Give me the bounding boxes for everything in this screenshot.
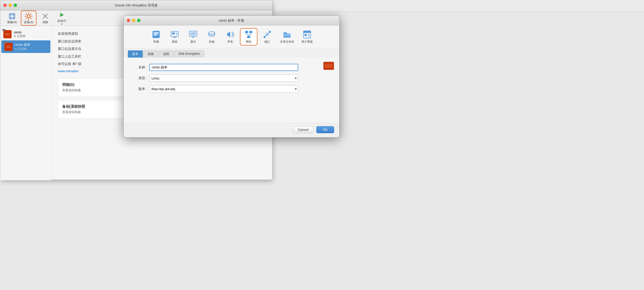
dialog-titlebar: cents 副本 - 常规 [124, 16, 339, 25]
vbox-window-title: Oracle VM VirtualBox 管理器 [115, 3, 158, 8]
type-label: 类型: [132, 76, 146, 80]
svg-point-37 [27, 15, 30, 18]
dialog-footer: Cancel OK [124, 123, 339, 137]
version-row: 版本: Red Hat (64-bit) Red Hat (32-bit) Ub… [132, 85, 331, 93]
shared-folder-icon [282, 30, 292, 39]
settings-button[interactable]: 设置(S) [21, 11, 37, 26]
name-row: 名称: [132, 64, 331, 71]
clear-button[interactable]: 清除 [38, 11, 53, 25]
name-input[interactable] [149, 64, 298, 71]
vbox-sidebar: 64 cents ⏸ 已关闭 64 [0, 26, 52, 180]
storage-icon [207, 30, 216, 39]
dialog-icon-toolbar: 常规 系统 [124, 25, 339, 48]
close-button[interactable] [3, 4, 7, 7]
type-select[interactable]: Linux Windows macOS Other [149, 75, 298, 82]
settings-dialog: cents 副本 - 常规 常规 [123, 15, 339, 138]
vbox-link[interactable]: www.virtualbo [58, 69, 78, 73]
vm-icon-cents: 64 [3, 30, 12, 38]
svg-rect-41 [154, 32, 159, 33]
version-label: 版本: [132, 87, 146, 91]
svg-rect-42 [154, 33, 159, 34]
vm-name-cents-copy: cents 副本 [15, 42, 30, 47]
type-row: 类型: Linux Windows macOS Other [132, 75, 331, 82]
tab-encryption[interactable]: Disk Encryption [174, 50, 204, 58]
vm-preview-thumbnail: 64 [323, 62, 334, 70]
traffic-lights [3, 4, 17, 7]
vm-name-cents: cents [14, 30, 25, 34]
vm-status-cents-copy: ⏸ 已关闭 [15, 47, 30, 51]
svg-rect-66 [303, 31, 311, 33]
tab-description[interactable]: 说明 [159, 50, 174, 58]
svg-rect-43 [154, 35, 157, 35]
tab-display-icon[interactable]: 显示 [184, 28, 202, 46]
dialog-tabs: 基本 高级 说明 Disk Encryption [124, 48, 339, 58]
display-icon [189, 30, 198, 39]
svg-rect-58 [247, 36, 250, 38]
tab-basic[interactable]: 基本 [128, 50, 143, 58]
tab-audio-icon[interactable]: 声音 [221, 28, 239, 46]
vm-item-cents[interactable]: 64 cents ⏸ 已关闭 [0, 28, 51, 40]
tab-advanced[interactable]: 高级 [143, 50, 158, 58]
tab-storage-icon[interactable]: 存储 [203, 28, 220, 46]
svg-rect-47 [172, 32, 175, 34]
dialog-traffic-lights [127, 19, 140, 22]
svg-rect-57 [249, 31, 252, 33]
vm-item-cents-copy[interactable]: 64 cents 副本 ⏸ 已关闭 [1, 40, 50, 53]
svg-rect-67 [305, 34, 307, 36]
ui-icon [302, 30, 312, 39]
general-icon [151, 30, 161, 39]
dialog-maximize-button[interactable] [137, 19, 140, 22]
start-button[interactable]: 启动(T) ▼ [54, 10, 69, 26]
svg-point-55 [209, 32, 215, 34]
tab-shared-icon[interactable]: 共享文件夹 [277, 28, 297, 46]
svg-rect-40 [153, 31, 160, 38]
tab-general-icon[interactable]: 常规 [147, 28, 165, 46]
network-icon [244, 30, 253, 39]
dialog-close-button[interactable] [127, 19, 130, 22]
tab-ports-icon[interactable]: 端口 [258, 28, 276, 46]
dialog-form-content: 64 名称: 类型: Linux Windows macOS Other [124, 58, 339, 123]
version-select[interactable]: Red Hat (64-bit) Red Hat (32-bit) Ubuntu… [149, 85, 298, 93]
minimize-button[interactable] [8, 4, 12, 7]
name-label: 名称: [132, 65, 146, 70]
svg-rect-54 [190, 32, 196, 35]
system-icon [170, 30, 179, 39]
vbox-titlebar: Oracle VM VirtualBox 管理器 [0, 0, 272, 11]
ok-button[interactable]: OK [316, 126, 334, 133]
svg-rect-56 [245, 31, 248, 33]
vm-icon-cents-copy: 64 [4, 43, 13, 51]
vm-status-cents: ⏸ 已关闭 [14, 34, 25, 38]
maximize-button[interactable] [14, 4, 17, 7]
ports-icon [263, 30, 272, 39]
dialog-title: cents 副本 - 常规 [219, 18, 244, 23]
cancel-button[interactable]: Cancel [293, 126, 314, 133]
dialog-minimize-button[interactable] [132, 19, 135, 22]
tab-ui-icon[interactable]: 用户界面 [298, 28, 316, 46]
svg-point-64 [269, 31, 271, 33]
new-vm-button[interactable]: 新建(N) [4, 11, 20, 25]
audio-icon [226, 30, 235, 39]
tab-network-icon[interactable]: 网络 [240, 28, 257, 46]
tab-system-icon[interactable]: 系统 [166, 28, 183, 46]
svg-point-63 [264, 36, 266, 38]
